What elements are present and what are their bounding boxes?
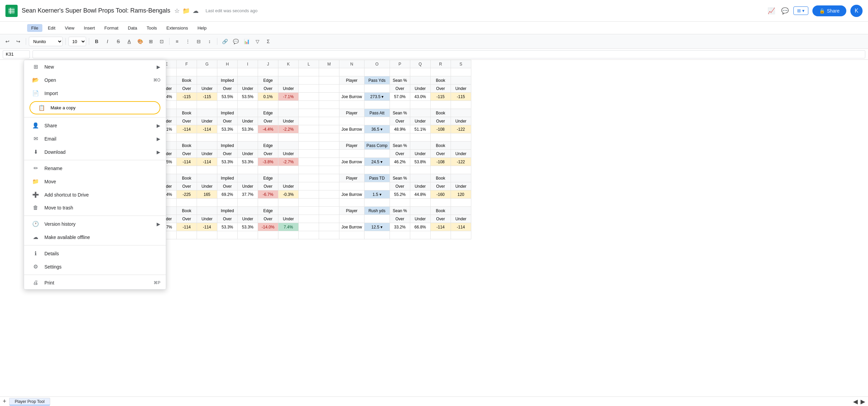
col-header-r[interactable]: R bbox=[430, 60, 451, 68]
share-button[interactable]: 🔒 Share bbox=[812, 5, 846, 16]
separator-d bbox=[24, 245, 166, 245]
table-row: 18 Book Implied Edge Player Rush yds Sea… bbox=[143, 207, 471, 215]
col-header-f[interactable]: F bbox=[177, 60, 197, 68]
menu-extensions[interactable]: Extensions bbox=[162, 24, 192, 32]
col-header-k[interactable]: K bbox=[278, 60, 299, 68]
menu-version-history-item[interactable]: 🕐 Version history ▶ bbox=[24, 217, 166, 230]
separator-4 bbox=[169, 38, 170, 45]
col-header-q[interactable]: Q bbox=[410, 60, 430, 68]
menu-share-item[interactable]: 👤 Share ▶ bbox=[24, 119, 166, 132]
col-header-g[interactable]: G bbox=[197, 60, 217, 68]
table-row: 10 Book Implied Edge Player Pass Comp Se… bbox=[143, 142, 471, 150]
menu-offline-item[interactable]: ☁ Make available offline bbox=[24, 230, 166, 244]
col-header-i[interactable]: I bbox=[238, 60, 258, 68]
chart-insert-button[interactable]: 📊 bbox=[242, 37, 251, 46]
text-rotate-button[interactable]: ↕ bbox=[205, 37, 214, 46]
chart-icon[interactable]: 📈 bbox=[766, 6, 776, 16]
email-label: Email bbox=[44, 136, 56, 142]
col-header-o[interactable]: O bbox=[364, 60, 390, 68]
fill-color-button[interactable]: 🎨 bbox=[135, 37, 145, 46]
col-header-p[interactable]: P bbox=[390, 60, 410, 68]
function-button[interactable]: Σ bbox=[263, 37, 273, 46]
font-size-selector[interactable]: 10 bbox=[68, 37, 86, 46]
menu-move-item[interactable]: 📁 Move bbox=[24, 175, 166, 188]
table-row: 3 Under Over Under Over Under Over Under… bbox=[143, 85, 471, 93]
menu-help[interactable]: Help bbox=[193, 24, 211, 32]
download-label: Download bbox=[44, 149, 65, 155]
last-edit: Last edit was seconds ago bbox=[205, 8, 257, 13]
menu-tools[interactable]: Tools bbox=[142, 24, 161, 32]
menu-rename-item[interactable]: ✏ Rename bbox=[24, 162, 166, 175]
share-label: Share bbox=[44, 123, 57, 128]
new-label: New bbox=[44, 64, 54, 70]
align-center-button[interactable]: ⋮ bbox=[183, 37, 193, 46]
avatar[interactable]: K bbox=[850, 5, 863, 17]
separator-2 bbox=[65, 38, 66, 45]
print-icon: 🖨 bbox=[31, 280, 40, 286]
col-header-j[interactable]: J bbox=[258, 60, 278, 68]
col-header-l[interactable]: L bbox=[299, 60, 319, 68]
menu-new-item[interactable]: ⊞ New ▶ bbox=[24, 60, 166, 73]
open-shortcut: ⌘O bbox=[153, 78, 160, 82]
borders-button[interactable]: ⊞ bbox=[146, 37, 156, 46]
table-row: 11 Under Over Under Over Under Over Unde… bbox=[143, 150, 471, 158]
filter-button[interactable]: ▽ bbox=[253, 37, 262, 46]
align-left-button[interactable]: ≡ bbox=[172, 37, 182, 46]
menu-file[interactable]: File bbox=[27, 24, 42, 32]
font-selector[interactable]: Nunito bbox=[29, 37, 63, 46]
col-header-n[interactable]: N bbox=[339, 60, 364, 68]
add-sheet-button[interactable]: + bbox=[3, 398, 6, 405]
menu-settings-item[interactable]: ⚙ Settings bbox=[24, 260, 166, 273]
top-bar: Sean Koerner's Super Bowl Props Tool: Ra… bbox=[0, 0, 868, 22]
col-header-s[interactable]: S bbox=[451, 60, 471, 68]
cloud-icon[interactable]: ☁ bbox=[193, 7, 199, 15]
bold-button[interactable]: B bbox=[92, 37, 101, 46]
table-row: 2 Book Implied Edge Player Pass Yds Sean… bbox=[143, 76, 471, 85]
history-icon: 🕐 bbox=[31, 221, 40, 227]
strikethrough-button[interactable]: S bbox=[114, 37, 123, 46]
toolbar: ↩ ↪ Nunito 10 B I S A 🎨 ⊞ ⊡ ≡ ⋮ ⊟ ↕ 🔗 💬 … bbox=[0, 34, 868, 49]
separator-1 bbox=[26, 38, 26, 45]
star-icon[interactable]: ☆ bbox=[174, 7, 180, 15]
menu-data[interactable]: Data bbox=[124, 24, 141, 32]
expand-button[interactable]: ⊞ ▾ bbox=[793, 6, 808, 15]
col-header-m[interactable]: M bbox=[319, 60, 339, 68]
menu-details-item[interactable]: ℹ Details bbox=[24, 247, 166, 260]
menu-view[interactable]: View bbox=[61, 24, 78, 32]
cell-ref-input[interactable] bbox=[3, 50, 30, 58]
link-button[interactable]: 🔗 bbox=[220, 37, 230, 46]
col-header-h[interactable]: H bbox=[217, 60, 238, 68]
main-content: E F G H I J K L M N O P Q R S bbox=[0, 60, 868, 396]
menu-email-item[interactable]: ✉ Email ▶ bbox=[24, 132, 166, 145]
menu-add-shortcut-item[interactable]: ➕ Add shortcut to Drive bbox=[24, 188, 166, 201]
comment-icon[interactable]: 💬 bbox=[780, 6, 790, 16]
menu-open-item[interactable]: 📂 Open ⌘O bbox=[24, 73, 166, 87]
menu-trash-item[interactable]: 🗑 Move to trash bbox=[24, 201, 166, 214]
menu-format[interactable]: Format bbox=[100, 24, 122, 32]
separator-c bbox=[24, 216, 166, 216]
align-right-button[interactable]: ⊟ bbox=[194, 37, 203, 46]
undo-button[interactable]: ↩ bbox=[3, 37, 12, 46]
menu-insert[interactable]: Insert bbox=[80, 24, 99, 32]
print-label: Print bbox=[44, 280, 54, 285]
merge-button[interactable]: ⊡ bbox=[157, 37, 166, 46]
sheets-nav-left[interactable]: ◀ bbox=[853, 398, 858, 405]
make-copy-wrapper: 📋 Make a copy bbox=[24, 100, 166, 116]
settings-icon: ⚙ bbox=[31, 263, 40, 270]
move-icon: 📁 bbox=[31, 178, 40, 185]
formula-bar[interactable] bbox=[33, 50, 865, 58]
menu-edit[interactable]: Edit bbox=[44, 24, 59, 32]
folder-icon[interactable]: 📁 bbox=[182, 7, 190, 15]
underline-button[interactable]: A bbox=[124, 37, 134, 46]
comment-insert-button[interactable]: 💬 bbox=[231, 37, 240, 46]
menu-download-item[interactable]: ⬇ Download ▶ bbox=[24, 145, 166, 159]
print-shortcut: ⌘P bbox=[154, 280, 160, 285]
menu-import-item[interactable]: 📄 Import bbox=[24, 87, 166, 100]
menu-print-item[interactable]: 🖨 Print ⌘P bbox=[24, 276, 166, 289]
sheets-nav-right[interactable]: ▶ bbox=[861, 398, 865, 405]
tab-player-prop-tool[interactable]: Player Prop Tool bbox=[9, 398, 51, 405]
italic-button[interactable]: I bbox=[103, 37, 112, 46]
menu-make-copy-item[interactable]: 📋 Make a copy bbox=[29, 101, 160, 114]
table-row: 21 bbox=[143, 231, 471, 239]
redo-button[interactable]: ↪ bbox=[14, 37, 23, 46]
